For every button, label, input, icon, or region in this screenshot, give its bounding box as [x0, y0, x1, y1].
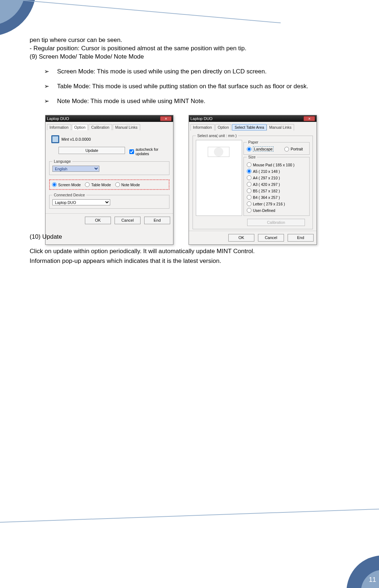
version-label: Mint v1.0.0.0000: [61, 137, 91, 141]
dialog2-title: Laptop DUO: [190, 116, 212, 121]
dialog1-title: Laptop DUO: [47, 116, 69, 121]
lower-body-text: (10) Update Click on update within optio…: [30, 232, 344, 266]
size-label: B4 ( 364 x 257 ): [253, 195, 280, 200]
dialog-select-table-area: Laptop DUO ✕ Information Option Select T…: [189, 115, 317, 245]
tab-information[interactable]: Information: [190, 124, 215, 131]
bullet-arrow-icon: ➢: [44, 68, 51, 76]
select-area-fieldset: Select area( unit : mm ) Paper Landscape…: [193, 133, 313, 229]
radio-size-3[interactable]: A3 ( 420 x 297 ): [247, 182, 306, 187]
end-button[interactable]: End: [144, 217, 170, 224]
radio-size-0[interactable]: Mouse Pad ( 185 x 100 ): [247, 162, 306, 167]
tab-select-table-area[interactable]: Select Table Area: [232, 124, 267, 131]
close-icon[interactable]: ✕: [160, 116, 172, 121]
dialog1-tabs: Information Option Calibration Manual Li…: [46, 122, 173, 130]
update-button[interactable]: Update: [59, 147, 125, 154]
line-pen-tip: pen tip where cursor can be seen.: [30, 36, 355, 44]
tab-option[interactable]: Option: [72, 124, 88, 130]
bullet-table-mode: Table Mode: This mode is used while putt…: [57, 82, 308, 91]
section-10-heading: (10) Update: [30, 232, 344, 242]
line-regular: - Regular position: Cursor is positioned…: [30, 44, 355, 53]
radio-size-4[interactable]: B5 ( 257 x 182 ): [247, 188, 306, 193]
bullet-arrow-icon: ➢: [44, 97, 51, 106]
bullet-arrow-icon: ➢: [44, 82, 51, 91]
size-label: B5 ( 257 x 182 ): [253, 189, 280, 193]
mode-radio-group: Screen Mode Table Mode Note Mode: [49, 179, 169, 190]
close-icon[interactable]: ✕: [303, 116, 315, 121]
tab-option[interactable]: Option: [215, 124, 232, 131]
section-9-heading: (9) Screen Mode/ Table Mode/ Note Mode: [30, 53, 355, 61]
language-fieldset: Language English: [49, 159, 169, 175]
dialog-option: Laptop DUO ✕ Information Option Calibrat…: [45, 115, 173, 245]
radio-size-5[interactable]: B4 ( 364 x 257 ): [247, 195, 306, 200]
size-label: Letter ( 279 x 216 ): [253, 202, 285, 206]
bullet-screen-mode: Screen Mode: This mode is used while usi…: [57, 68, 267, 76]
bullet-note-mode: Note Mode: This mode is used while using…: [57, 97, 205, 106]
radio-landscape[interactable]: Landscape: [247, 146, 274, 152]
size-label: A4 ( 297 x 210 ): [253, 176, 280, 180]
radio-table-mode[interactable]: Table Mode: [85, 182, 111, 187]
dialog2-tabs: Information Option Select Table Area Man…: [189, 122, 316, 131]
body-text: pen tip where cursor can be seen. - Regu…: [30, 36, 355, 109]
select-area-legend: Select area( unit : mm ): [196, 133, 238, 138]
size-legend: Size: [247, 155, 257, 159]
cancel-button[interactable]: Cancel: [115, 217, 141, 224]
size-label: User-Defined: [253, 208, 275, 213]
page-number: 11: [369, 576, 376, 584]
language-legend: Language: [52, 159, 72, 163]
paper-preview-icon: [208, 147, 229, 157]
device-legend: Connected Device: [52, 193, 86, 197]
radio-portrait[interactable]: Portrait: [284, 147, 303, 152]
autocheck-checkbox[interactable]: autocheck for updates: [129, 147, 169, 156]
ok-button[interactable]: OK: [85, 217, 111, 224]
area-preview: [196, 140, 242, 216]
tab-manual-links[interactable]: Manual Links: [113, 124, 140, 130]
calibration-button: Calibration: [247, 219, 305, 226]
tab-manual-links[interactable]: Manual Links: [267, 124, 294, 131]
size-label: Mouse Pad ( 185 x 100 ): [253, 163, 294, 167]
radio-size-2[interactable]: A4 ( 297 x 210 ): [247, 175, 306, 180]
radio-size-6[interactable]: Letter ( 279 x 216 ): [247, 201, 306, 206]
app-icon: [51, 135, 59, 143]
footer-decoration: 11: [0, 508, 379, 588]
tab-information[interactable]: Information: [47, 124, 71, 130]
paper-fieldset: Paper Landscape Portrait: [244, 140, 310, 155]
radio-size-7[interactable]: User-Defined: [247, 208, 306, 213]
size-label: A3 ( 420 x 297 ): [253, 182, 280, 187]
size-label: A5 ( 210 x 148 ): [253, 169, 280, 174]
radio-size-1[interactable]: A5 ( 210 x 148 ): [247, 169, 306, 174]
radio-note-mode[interactable]: Note Mode: [115, 182, 140, 187]
radio-screen-mode[interactable]: Screen Mode: [52, 182, 81, 187]
size-fieldset: Size Mouse Pad ( 185 x 100 )A5 ( 210 x 1…: [244, 155, 310, 216]
update-line-2: Information pop-up appears which indicat…: [30, 256, 344, 266]
language-select[interactable]: English: [52, 166, 99, 172]
tab-calibration[interactable]: Calibration: [89, 124, 112, 130]
device-select[interactable]: Laptop DUO: [52, 199, 110, 205]
paper-legend: Paper: [247, 140, 260, 144]
connected-device-fieldset: Connected Device Laptop DUO: [49, 193, 169, 209]
update-line-1: Click on update within option periodical…: [30, 247, 344, 256]
